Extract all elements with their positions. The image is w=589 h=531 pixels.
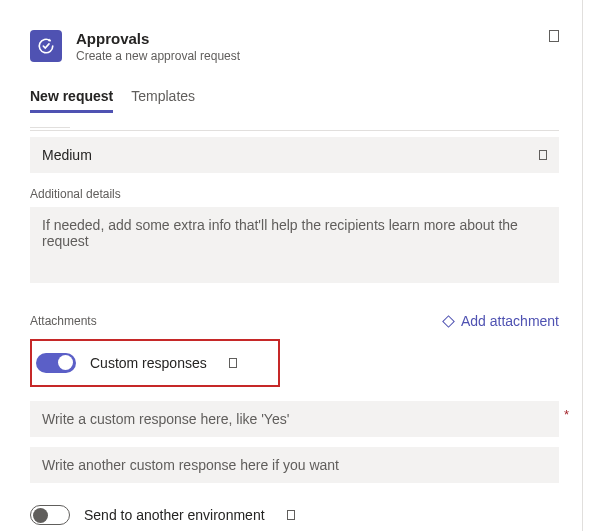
close-icon[interactable] (549, 30, 559, 42)
info-icon[interactable] (287, 510, 295, 520)
details-placeholder: If needed, add some extra info that'll h… (42, 217, 547, 249)
additional-details-input[interactable]: If needed, add some extra info that'll h… (30, 207, 559, 283)
additional-details-label: Additional details (30, 187, 559, 201)
send-environment-label: Send to another environment (84, 507, 265, 523)
tab-new-request[interactable]: New request (30, 82, 113, 112)
chevron-down-icon (539, 150, 547, 160)
priority-value: Medium (42, 147, 92, 163)
info-icon[interactable] (229, 358, 237, 368)
app-title: Approvals (76, 30, 240, 48)
divider (30, 130, 559, 131)
approvals-dialog: Approvals Create a new approval request … (0, 0, 589, 531)
toggle-knob (58, 355, 73, 370)
custom-response-1-input[interactable]: Write a custom response here, like 'Yes' (30, 401, 559, 437)
custom-responses-toggle[interactable] (36, 353, 76, 373)
divider (30, 127, 70, 128)
header-text: Approvals Create a new approval request (76, 30, 240, 64)
required-star: * (564, 407, 569, 422)
scrollbar-track[interactable] (582, 0, 583, 531)
custom-response-2-input[interactable]: Write another custom response here if yo… (30, 447, 559, 483)
custom-responses-label: Custom responses (90, 355, 207, 371)
send-environment-toggle[interactable] (30, 505, 70, 525)
priority-select[interactable]: Medium (30, 137, 559, 173)
custom-responses-highlight: Custom responses (30, 339, 280, 387)
add-attachment-button[interactable]: Add attachment (444, 313, 559, 329)
dialog-header: Approvals Create a new approval request (30, 30, 559, 64)
response1-placeholder: Write a custom response here, like 'Yes' (42, 411, 289, 427)
tab-bar: New request Templates (30, 82, 559, 113)
send-environment-row: Send to another environment (30, 497, 559, 531)
app-subtitle: Create a new approval request (76, 48, 240, 64)
response2-placeholder: Write another custom response here if yo… (42, 457, 339, 473)
add-attachment-label: Add attachment (461, 313, 559, 329)
attach-icon (442, 315, 455, 328)
toggle-knob (33, 508, 48, 523)
approvals-app-icon (30, 30, 62, 62)
tab-templates[interactable]: Templates (131, 82, 195, 112)
attachments-label: Attachments (30, 314, 97, 328)
